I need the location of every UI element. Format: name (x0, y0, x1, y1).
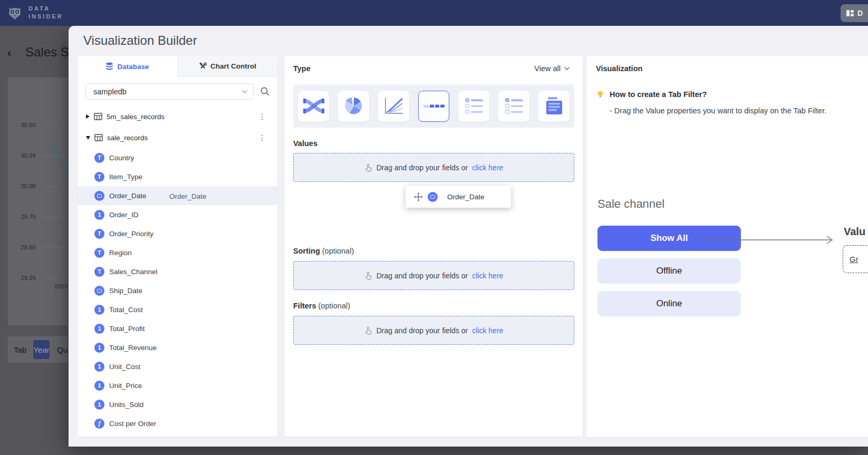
field-name: Unit_Price (109, 382, 142, 390)
visualization-panel: Visualization How to create a Tab Filter… (586, 56, 868, 437)
app-root: ‹ Sales Sa 30.5030.2530.0029.7529.5029.2… (0, 0, 868, 455)
database-tree: 5m_sales_records⋮sale_records⋮TCountryTI… (78, 106, 277, 433)
view-all-label: View all (534, 64, 561, 73)
chart-x-tick: 2010 (54, 283, 68, 289)
tree-field-row[interactable]: 1Total_Revenue (78, 338, 277, 357)
number-field-icon: 1 (94, 210, 104, 220)
chevron-down-icon (242, 90, 248, 94)
hand-pointer-icon (364, 326, 372, 335)
field-name: Total_Revenue (109, 344, 157, 352)
filters-dropzone[interactable]: Drag and drop your fields or click here (293, 316, 574, 345)
number-field-icon: 1 (94, 400, 104, 410)
sorting-dropzone-link[interactable]: click here (472, 272, 503, 280)
annotation-group-link[interactable]: Gr (850, 255, 859, 264)
tree-field-row[interactable]: 1Unit_Price (78, 376, 277, 395)
tab-database-label: Database (117, 63, 149, 71)
text-field-icon: T (94, 229, 104, 239)
text-field-icon: T (94, 248, 104, 258)
tree-field-row[interactable]: Order_Date (78, 186, 277, 205)
dragged-field-chip[interactable]: Order_Date (406, 186, 511, 208)
field-name: Total_Cost (109, 306, 143, 314)
chevron-down-icon (564, 66, 570, 71)
annotation-value-label: Valu (844, 226, 865, 238)
line-chart-icon (384, 97, 404, 115)
chart-type-tab-filter[interactable]: Tab (418, 91, 449, 122)
tree-field-row[interactable]: 1Unit_Cost (78, 357, 277, 376)
text-field-icon: T (94, 172, 104, 182)
field-name: Country (109, 154, 134, 162)
field-name: Cost per Order (109, 420, 156, 428)
tab-database[interactable]: Database (78, 56, 177, 77)
text-field-icon: T (94, 153, 104, 163)
tree-field-row[interactable]: 1Order_ID (78, 205, 277, 224)
function-field-icon: f (94, 419, 104, 429)
kebab-menu-icon[interactable]: ⋮ (258, 115, 266, 118)
tip-title: How to create a Tab Filter? (610, 90, 707, 99)
tree-field-row[interactable]: 1Total_Cost (78, 300, 277, 319)
hammer-wrench-icon (199, 62, 207, 70)
annotation-group-box[interactable]: Gr (843, 245, 868, 273)
field-name: Total_Profit (109, 325, 145, 333)
field-name: Region (109, 249, 132, 257)
lightbulb-icon (596, 90, 605, 99)
caret-right-icon[interactable] (86, 114, 90, 119)
field-name: Order_Date (109, 192, 147, 200)
table-name: 5m_sales_records (107, 113, 165, 121)
widget-title: Sale channel (597, 197, 664, 211)
number-field-icon: 1 (94, 343, 104, 353)
date-field-icon (94, 286, 104, 296)
tab-chart-control[interactable]: Chart Control (177, 56, 277, 77)
tree-field-row[interactable]: TItem_Type (78, 167, 277, 186)
tree-field-row[interactable]: fCost per Order (78, 414, 277, 433)
chart-type-radio-list[interactable] (458, 91, 489, 122)
tree-field-row[interactable]: TSales_Channel (78, 262, 277, 281)
values-dropzone[interactable]: Drag and drop your fields or click here (293, 153, 574, 182)
database-panel-tabs: Database Chart Control (78, 56, 277, 77)
checkbox-list-icon (505, 98, 524, 114)
dashboard-grid-icon (846, 9, 854, 17)
channel-button-online[interactable]: Online (597, 291, 741, 316)
pie-chart-icon (344, 96, 363, 115)
tree-field-row[interactable]: TRegion (78, 243, 277, 262)
caret-down-icon[interactable] (86, 136, 90, 140)
app-logo[interactable]: DATA INSIDER (6, 4, 63, 21)
sorting-section-label: Sorting (optional) (293, 247, 354, 255)
chart-type-dropdown-list[interactable] (538, 91, 570, 122)
search-icon[interactable] (260, 86, 270, 96)
tree-field-row[interactable]: 1Units_Sold (78, 395, 277, 414)
field-name: Units_Sold (109, 401, 143, 409)
database-select[interactable]: sampledb (85, 83, 254, 100)
table-name: sale_records (107, 134, 148, 142)
sorting-dropzone[interactable]: Drag and drop your fields or click here (293, 261, 574, 290)
values-dropzone-link[interactable]: click here (472, 163, 503, 172)
kebab-menu-icon[interactable]: ⋮ (258, 137, 266, 139)
tree-table-row[interactable]: 5m_sales_records⋮ (78, 106, 277, 127)
view-all-button[interactable]: View all (534, 64, 570, 73)
field-name: Ship_Date (109, 287, 142, 295)
number-field-icon: 1 (94, 324, 104, 334)
field-name: Sales_Channel (109, 268, 158, 276)
text-field-icon: T (94, 267, 104, 277)
chart-type-pie[interactable] (338, 91, 369, 122)
tree-field-row[interactable]: TCountry (78, 148, 277, 167)
tree-table-row[interactable]: sale_records⋮ (78, 127, 277, 148)
database-select-value: sampledb (93, 88, 127, 96)
chart-type-line[interactable] (378, 91, 409, 122)
dashboard-mode-button[interactable]: D (841, 4, 868, 22)
chart-type-checkbox-list[interactable] (498, 91, 529, 122)
database-search-row: sampledb (85, 83, 271, 100)
filters-dropzone-link[interactable]: click here (472, 326, 503, 335)
field-name: Unit_Cost (109, 363, 140, 371)
modal-title: Visualization Builder (83, 33, 197, 48)
chart-type-strip: Tab (293, 84, 574, 128)
chart-type-sankey[interactable] (298, 91, 329, 122)
hand-pointer-icon (364, 272, 372, 280)
tree-field-row[interactable]: TOrder_Priority (78, 224, 277, 243)
number-field-icon: 1 (94, 381, 104, 391)
sorting-dropzone-text: Drag and drop your fields or (377, 272, 468, 280)
logo-text-line1: DATA (28, 5, 63, 13)
tree-field-row[interactable]: Ship_Date (78, 281, 277, 300)
table-icon (94, 112, 102, 121)
tree-field-row[interactable]: 1Total_Profit (78, 319, 277, 338)
channel-button-offline[interactable]: Offline (597, 258, 741, 284)
